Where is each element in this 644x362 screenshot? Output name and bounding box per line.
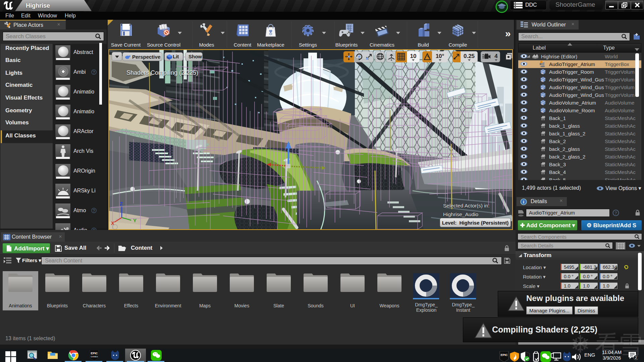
svg-text:Z: Z [120,201,123,206]
svg-text:Y: Y [133,218,137,223]
svg-text:i: i [523,199,524,204]
svg-text:+: + [541,95,543,98]
svg-text:+: + [541,110,543,114]
svg-text:+: + [541,79,543,83]
svg-text:+: + [541,72,543,75]
svg-text:?: ? [614,210,617,216]
svg-text:GAMES: GAMES [91,356,98,358]
svg-text:+: + [541,103,543,106]
svg-text:EPIC: EPIC [500,353,508,357]
svg-text:EPIC: EPIC [91,352,98,355]
svg-text:2: 2 [635,356,637,360]
svg-text:+: + [541,87,543,90]
